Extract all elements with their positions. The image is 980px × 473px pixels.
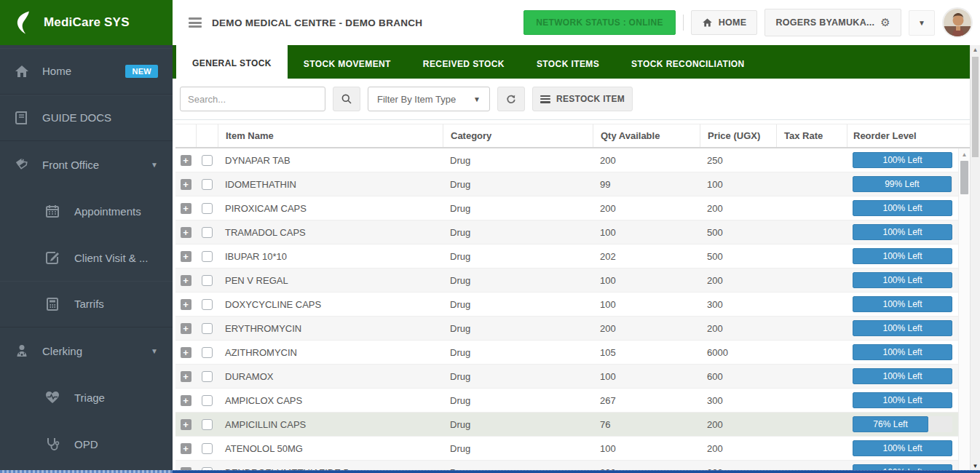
expand-row-button[interactable]: + (181, 419, 191, 430)
price-cell: 200 (700, 461, 776, 470)
refresh-button[interactable] (497, 87, 525, 111)
table-row[interactable]: + ERYTHROMYCIN Drug 200 200 100% Left (175, 317, 958, 341)
qty-available-cell: 200 (593, 461, 700, 470)
row-checkbox[interactable] (202, 371, 213, 382)
reorder-track: 99% Left (853, 176, 952, 192)
table-row[interactable]: + IDOMETHATHIN Drug 99 100 99% Left (175, 172, 958, 196)
table-scrollbar-thumb[interactable] (960, 161, 968, 194)
table-row[interactable]: + TRAMADOL CAPS Drug 100 500 100% Left (175, 220, 958, 245)
user-menu-button[interactable]: ROGERS BYAMUKA... ⚙ (764, 9, 901, 36)
row-checkbox[interactable] (202, 275, 213, 286)
reorder-level-badge: 100% Left (853, 296, 952, 312)
qty-available-cell: 200 (593, 196, 700, 220)
tab-stock-reconciliation[interactable]: STOCK RECONCILIATION (615, 49, 761, 79)
column-header-tax[interactable]: Tax Rate (776, 124, 847, 147)
tab-general-stock[interactable]: GENERAL STOCK (176, 45, 288, 79)
sidebar-item-tarrifs[interactable]: Tarrifs (0, 281, 173, 327)
table-row[interactable]: + ATENOLOL 50MG Drug 100 200 100% Left (175, 437, 958, 461)
table-row[interactable]: + IBUPAR 10*10 Drug 202 500 100% Left (175, 245, 958, 269)
expand-row-button[interactable]: + (181, 371, 191, 382)
sidebar-item-triage[interactable]: Triage (0, 374, 173, 421)
filter-item-type-select[interactable]: Filter By Item Type ▼ (368, 87, 490, 111)
expand-row-button[interactable]: + (181, 251, 191, 262)
category-cell: Drug (443, 293, 593, 316)
page-scrollbar[interactable]: ▲ ▼ (970, 45, 980, 473)
sidebar-item-opd[interactable]: OPD (0, 421, 173, 467)
search-button[interactable] (333, 87, 360, 111)
expand-column-header (175, 124, 196, 147)
tab-stock-movement[interactable]: STOCK MOVEMENT (288, 49, 407, 79)
sidebar-item-label: Tarrifs (74, 298, 104, 310)
row-checkbox[interactable] (202, 299, 213, 310)
expand-row-button[interactable]: + (181, 203, 191, 214)
column-header-category[interactable]: Category (443, 124, 593, 147)
expand-row-button[interactable]: + (181, 299, 191, 310)
sidebar-item-clerking[interactable]: Clerking ▼ (0, 327, 173, 374)
scroll-up-icon[interactable]: ▲ (959, 148, 970, 158)
app-logo[interactable]: MediCare SYS (0, 0, 173, 45)
sidebar-item-label: Triage (74, 391, 105, 404)
reorder-track: 100% Left (853, 440, 952, 456)
sidebar-item-appointments[interactable]: Appointments (0, 188, 173, 234)
column-header-price[interactable]: Price (UGX) (700, 124, 776, 147)
restock-item-label: RESTOCK ITEM (556, 94, 625, 104)
expand-row-button[interactable]: + (181, 275, 191, 286)
column-header-qty[interactable]: Qty Available (593, 124, 700, 147)
price-cell: 250 (700, 148, 776, 172)
tax-rate-cell (776, 317, 847, 340)
sidebar-item-client-visit[interactable]: Client Visit & ... (0, 234, 173, 281)
tab-stock-items[interactable]: STOCK ITEMS (521, 49, 615, 79)
item-name-cell: AZITHROMYCIN (218, 341, 443, 364)
expand-row-button[interactable]: + (181, 227, 191, 238)
row-checkbox[interactable] (202, 155, 213, 166)
row-checkbox[interactable] (202, 251, 213, 262)
expand-row-button[interactable]: + (181, 395, 191, 406)
table-row[interactable]: + DURAMOX Drug 100 600 100% Left (175, 365, 958, 389)
expand-row-button[interactable]: + (181, 443, 191, 454)
reorder-level-badge: 100% Left (853, 320, 952, 336)
filter-selected-value: Filter By Item Type (377, 94, 456, 105)
expand-row-button[interactable]: + (181, 155, 191, 166)
table-row[interactable]: + PEN V REGAL Drug 100 200 100% Left (175, 269, 958, 293)
row-checkbox[interactable] (202, 227, 213, 238)
user-dropdown-button[interactable]: ▼ (909, 10, 935, 36)
home-button-label: HOME (719, 17, 747, 28)
expand-row-button[interactable]: + (181, 347, 191, 358)
table-row[interactable]: + AZITHROMYCIN Drug 105 6000 100% Left (175, 341, 958, 365)
row-checkbox[interactable] (202, 419, 213, 430)
restock-item-button[interactable]: RESTOCK ITEM (532, 87, 633, 111)
tax-rate-cell (776, 389, 847, 412)
table-row[interactable]: + AMPICILLIN CAPS Drug 76 200 76% Left (175, 413, 958, 437)
table-row[interactable]: + DYNAPAR TAB Drug 200 250 100% Left (175, 148, 958, 172)
row-checkbox[interactable] (202, 203, 213, 214)
tax-rate-cell (776, 196, 847, 220)
sidebar-item-home[interactable]: Home NEW (0, 48, 173, 95)
row-checkbox[interactable] (202, 323, 213, 334)
tax-rate-cell (776, 437, 847, 460)
sidebar-item-front-office[interactable]: Front Office ▼ (0, 141, 173, 188)
table-scrollbar[interactable]: ▲ (958, 148, 970, 470)
scroll-up-icon[interactable]: ▲ (971, 45, 980, 55)
network-status-button[interactable]: NETWORK STATUS : ONLINE (523, 10, 675, 35)
page-scrollbar-thumb[interactable] (972, 57, 979, 157)
expand-row-button[interactable]: + (181, 323, 191, 334)
menu-toggle-icon[interactable] (189, 17, 202, 28)
search-input[interactable] (180, 87, 325, 111)
category-cell: Drug (443, 413, 593, 436)
column-header-reorder[interactable]: Reorder Level (847, 124, 958, 147)
table-row[interactable]: + AMPICLOX CAPS Drug 267 300 100% Left (175, 389, 958, 413)
row-checkbox[interactable] (202, 179, 213, 190)
user-avatar[interactable] (942, 7, 973, 38)
row-checkbox[interactable] (202, 347, 213, 358)
table-row[interactable]: + DOXYCYCLINE CAPS Drug 100 300 100% Lef… (175, 293, 958, 317)
expand-row-button[interactable]: + (181, 179, 191, 190)
row-checkbox[interactable] (202, 443, 213, 454)
tab-received-stock[interactable]: RECEIVED STOCK (407, 49, 521, 79)
sidebar-item-guide-docs[interactable]: GUIDE DOCS (0, 95, 173, 141)
row-checkbox[interactable] (202, 395, 213, 406)
home-button[interactable]: HOME (691, 10, 758, 35)
column-header-item-name[interactable]: Item Name (218, 124, 443, 147)
table-row[interactable]: + PIROXICAM CAPS Drug 200 200 100% Left (175, 196, 958, 220)
table-row[interactable]: + BENDROFLUMETHIAZIDE 5mg Drug 200 200 1… (175, 461, 958, 470)
calculator-icon (45, 297, 60, 311)
